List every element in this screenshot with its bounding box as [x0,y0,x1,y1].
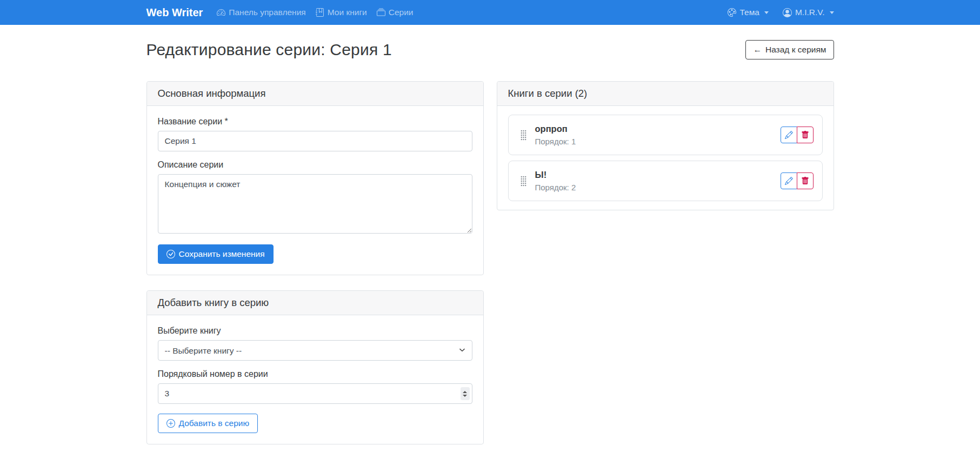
nav-item-dashboard[interactable]: Панель управления [217,8,305,17]
user-dropdown-label: M.I.R.V. [795,8,825,17]
books-in-series-title: Книги в серии (2) [497,82,834,106]
book-info: Ы! Порядок: 2 [535,170,576,192]
navbar-container: Web Writer Панель управления Мои книги С… [146,0,834,25]
nav-item-label: Панель управления [229,8,305,17]
nav-item-series[interactable]: Серии [377,8,414,17]
order-number-label: Порядковый номер в серии [158,369,472,379]
caret-down-icon [830,11,834,14]
right-column: Книги в серии (2) [497,81,834,210]
delete-book-button[interactable] [797,172,814,189]
add-to-series-button[interactable]: Добавить в серию [158,414,258,433]
journal-bookmark-icon [316,8,324,17]
books-in-series-card: Книги в серии (2) [497,81,834,210]
save-changes-button[interactable]: Сохранить изменения [158,244,274,264]
page-title: Редактирование серии: Серия 1 [146,41,392,59]
stepper-down-icon[interactable] [463,395,467,397]
pencil-icon [785,131,793,139]
speedometer-icon [217,8,225,17]
books-list: орпроп Порядок: 1 [497,106,834,210]
add-to-series-label: Добавить в серию [179,418,250,428]
select-book-label: Выберите книгу [158,326,472,336]
arrow-left-icon: ← [753,45,762,55]
book-actions [781,127,814,143]
navbar-links: Панель управления Мои книги Серии [217,8,413,17]
main-info-card-body: Название серии * Описание серии Концепци… [147,106,483,275]
plus-circle-icon [166,419,175,428]
grip-vertical-icon[interactable] [521,176,526,187]
page-header: Редактирование серии: Серия 1 ← Назад к … [146,40,834,59]
user-dropdown[interactable]: M.I.R.V. [783,8,834,17]
book-title: орпроп [535,124,576,134]
book-list-item: Ы! Порядок: 2 [508,161,823,201]
save-changes-label: Сохранить изменения [179,249,265,259]
collection-icon [377,8,385,17]
top-navbar: Web Writer Панель управления Мои книги С… [0,0,980,25]
caret-down-icon [764,11,769,14]
trash-icon [801,131,809,139]
series-description-label: Описание серии [158,160,472,170]
stepper-up-icon[interactable] [463,391,467,393]
number-stepper[interactable] [461,387,470,400]
back-button-label: Назад к сериям [765,45,826,55]
grip-vertical-icon[interactable] [521,130,526,141]
series-name-input[interactable] [158,131,472,151]
content-row: Основная информация Название серии * Опи… [146,81,834,444]
trash-icon [801,177,809,185]
edit-book-button[interactable] [781,127,797,143]
book-title: Ы! [535,170,576,180]
series-description-textarea[interactable]: Концепция и сюжет [158,174,472,234]
nav-item-my-books[interactable]: Мои книги [316,8,367,17]
nav-item-label: Серии [389,8,414,17]
series-name-label: Название серии * [158,117,472,127]
main-info-card: Основная информация Название серии * Опи… [146,81,484,275]
edit-book-button[interactable] [781,172,797,189]
book-order: Порядок: 2 [535,183,576,192]
nav-item-label: Мои книги [328,8,367,17]
add-book-card: Добавить книгу в серию Выберите книгу --… [146,290,484,444]
pencil-icon [785,177,793,185]
left-column: Основная информация Название серии * Опи… [146,81,484,444]
add-book-card-body: Выберите книгу -- Выберите книгу -- Поря… [147,315,483,444]
order-number-input[interactable] [158,383,472,404]
add-book-card-title: Добавить книгу в серию [147,291,483,315]
back-to-series-button[interactable]: ← Назад к сериям [745,40,834,59]
brand-logo[interactable]: Web Writer [146,6,203,19]
delete-book-button[interactable] [797,127,814,143]
book-list-item: орпроп Порядок: 1 [508,115,823,155]
book-actions [781,172,814,189]
select-book-dropdown[interactable]: -- Выберите книгу -- [158,340,472,361]
book-order: Порядок: 1 [535,137,576,146]
theme-dropdown[interactable]: Тема [728,8,769,17]
check-circle-icon [166,250,175,258]
theme-dropdown-label: Тема [739,8,759,17]
book-info: орпроп Порядок: 1 [535,124,576,146]
main-container: Редактирование серии: Серия 1 ← Назад к … [146,40,834,444]
navbar-right: Тема M.I.R.V. [728,8,834,17]
main-info-card-title: Основная информация [147,82,483,106]
person-circle-icon [783,8,792,17]
palette-icon [728,8,736,17]
